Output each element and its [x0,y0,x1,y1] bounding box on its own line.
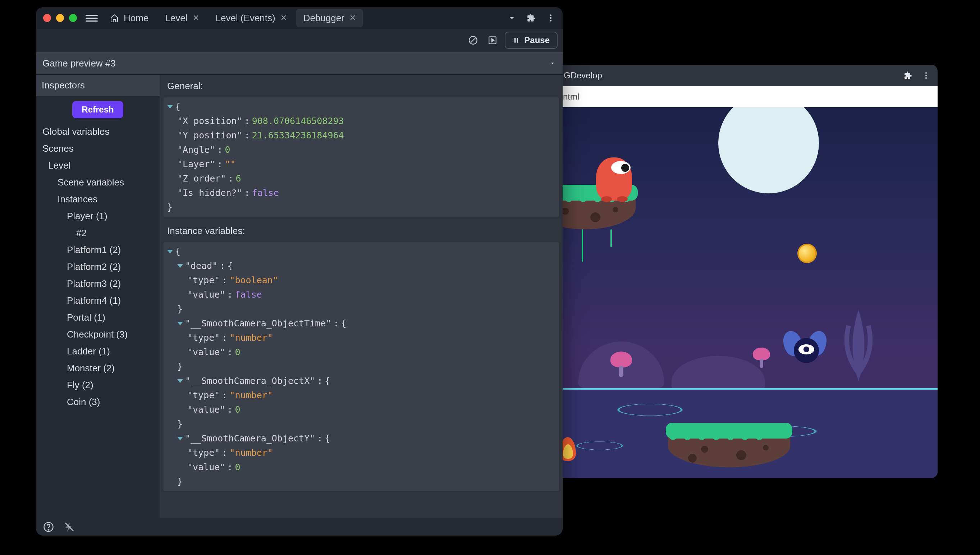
menu-icon[interactable] [85,15,98,22]
game-canvas[interactable] [557,107,938,478]
json-value[interactable]: false [252,186,279,200]
close-window-button[interactable] [43,14,51,22]
json-value[interactable]: false [235,287,262,302]
json-value[interactable]: "boolean" [229,273,278,287]
preview-selector[interactable]: Game preview #3 [36,52,563,75]
fly-enemy-graphic [787,334,826,367]
svg-rect-6 [515,38,515,42]
kebab-menu-icon[interactable] [546,13,555,22]
json-key: "Is hidden?" [177,186,242,200]
tree-scenes[interactable]: Scenes [38,140,157,157]
tree-item[interactable]: Coin (3) [38,394,157,411]
game-preview-window: GDevelop ntml [557,65,938,478]
json-value[interactable]: 0 [235,403,240,417]
tree-item[interactable]: Platform3 (2) [38,275,157,292]
json-key: "Layer" [177,157,215,172]
svg-point-13 [925,77,927,79]
json-value[interactable]: "" [225,157,236,172]
tree-instances[interactable]: Instances [38,191,157,208]
tree-scene-variables[interactable]: Scene variables [38,174,157,191]
caret-icon[interactable] [167,105,173,109]
tree-item[interactable]: Fly (2) [38,377,157,394]
json-value[interactable]: 908.0706146508293 [252,114,344,128]
json-value[interactable]: 0 [225,143,230,157]
plant-graphic [837,302,880,381]
tree-item[interactable]: Monster (2) [38,360,157,377]
stop-button[interactable] [466,33,480,47]
tree-item[interactable]: Platform4 (1) [38,292,157,309]
tree-level[interactable]: Level [38,157,157,174]
url-text: ntml [563,91,579,102]
status-bar [36,518,563,536]
title-bar-actions [507,13,555,22]
pause-button[interactable]: Pause [505,32,558,49]
tree-item[interactable]: #2 [38,225,157,242]
tree-item[interactable]: Player (1) [38,208,157,225]
tree-item[interactable]: Checkpoint (3) [38,326,157,343]
caret-icon[interactable] [177,437,183,440]
help-icon[interactable] [43,521,54,533]
caret-icon[interactable] [167,250,173,253]
json-value[interactable]: "number" [229,446,273,460]
step-button[interactable] [485,33,500,47]
inspector-tree: Global variables Scenes Level Scene vari… [36,123,160,418]
tree-item[interactable]: Ladder (1) [38,343,157,360]
json-key: "Y position" [177,128,242,143]
platform-graphic [668,428,790,467]
caret-icon[interactable] [177,379,183,383]
kebab-menu-icon[interactable] [922,71,930,80]
json-value[interactable]: 0 [235,345,240,359]
json-value[interactable]: 21.65334236184964 [252,128,344,143]
maximize-window-button[interactable] [69,14,77,22]
json-key: "type" [187,388,220,403]
json-value[interactable]: "number" [229,388,273,403]
close-icon[interactable]: ✕ [193,13,199,22]
stop-icon [468,35,478,45]
tree-item[interactable]: Platform2 (2) [38,258,157,275]
tree-item[interactable]: Platform1 (2) [38,242,157,258]
inspector-sidebar: Inspectors Refresh Global variables Scen… [36,75,160,518]
svg-line-4 [471,38,476,43]
minimize-window-button[interactable] [56,14,64,22]
pause-icon [513,37,520,44]
tree-item[interactable]: Portal (1) [38,309,157,326]
instance-vars-block: { "dead":{"type":"boolean""value":false}… [164,242,559,491]
player-graphic [596,150,635,201]
chevron-down-icon[interactable] [507,13,516,22]
tab-level[interactable]: Level ✕ [158,9,206,27]
json-key: "type" [187,273,220,287]
json-value[interactable]: 6 [236,172,241,186]
extension-icon[interactable] [527,13,536,22]
close-icon[interactable]: ✕ [281,13,287,22]
svg-point-12 [925,75,927,76]
json-key: "value" [187,345,225,359]
caret-icon[interactable] [177,322,183,325]
svg-rect-7 [517,38,518,42]
flash-off-icon[interactable] [64,521,75,533]
general-label: General: [160,75,563,98]
mushroom-graphic [610,351,632,377]
url-bar[interactable]: ntml [557,86,938,107]
tab-debugger[interactable]: Debugger ✕ [296,9,363,27]
refresh-button[interactable]: Refresh [72,101,123,118]
caret-icon[interactable] [177,264,183,268]
traffic-lights [43,14,77,22]
tab-home[interactable]: Home [103,9,156,27]
close-icon[interactable]: ✕ [350,13,356,22]
pause-label: Pause [524,35,550,45]
toolbar: Pause [36,29,563,52]
json-value[interactable]: 0 [235,460,240,475]
json-key: "value" [187,460,225,475]
inspector-main: General: { "X position":908.070614650829… [160,75,563,518]
svg-point-2 [550,20,552,21]
json-key: "Angle" [177,143,215,157]
json-key: "__SmoothCamera_ObjectTime" [185,316,331,331]
json-value[interactable]: "number" [229,331,273,345]
game-window-title: GDevelop [564,71,602,80]
json-key: "type" [187,446,220,460]
extension-icon[interactable] [904,71,913,80]
tree-global-variables[interactable]: Global variables [38,123,157,140]
tab-level-label: Level [165,13,187,24]
mountain-graphic [672,356,765,392]
tab-level-events[interactable]: Level (Events) ✕ [209,9,294,27]
